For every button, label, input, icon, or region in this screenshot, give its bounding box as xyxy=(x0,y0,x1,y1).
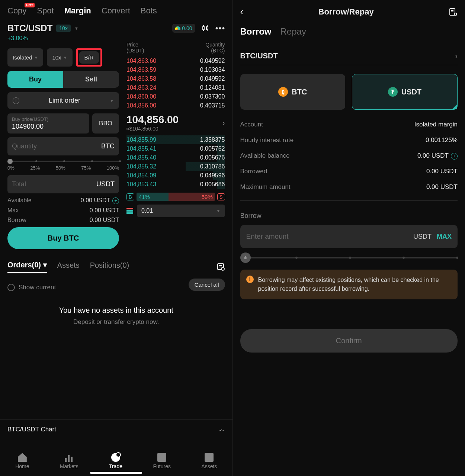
borrow-tab[interactable]: Borrow xyxy=(240,26,272,37)
orderbook-bid-row[interactable]: 104,853.430.005686 xyxy=(126,180,225,189)
orderbook-ask-row[interactable]: 104,863.240.124081 xyxy=(126,83,225,92)
svg-point-1 xyxy=(221,267,224,270)
orderbook-bid-row[interactable]: 104,855.400.005676 xyxy=(126,153,225,162)
total-input[interactable]: Total USDT xyxy=(7,175,119,193)
depth-bar: B 41% 59% S xyxy=(126,193,225,201)
available-label: Available xyxy=(7,197,32,204)
orderbook: Price(USDT) Quantity(BTC) 104,863.600.04… xyxy=(126,42,225,249)
orderbook-ask-row[interactable]: 104,863.580.049592 xyxy=(126,74,225,83)
max-button[interactable]: MAX xyxy=(437,233,452,241)
nav-futures[interactable]: Futures xyxy=(153,453,170,469)
back-button[interactable]: ‹ xyxy=(240,6,244,17)
empty-state: You have no assets in this account Depos… xyxy=(7,306,225,326)
page-title: Borrow/Repay xyxy=(318,7,374,17)
pair-selector[interactable]: BTC/USDT › xyxy=(240,47,458,65)
leverage-selector[interactable]: 10x ▼ xyxy=(47,48,72,67)
repay-tab[interactable]: Repay xyxy=(280,26,306,37)
bottom-nav: Home Markets Trade Futures Assets xyxy=(0,449,232,476)
top-nav: CopyHOT Spot Margin Convert Bots xyxy=(7,6,225,16)
leverage-badge: 10x xyxy=(56,25,71,32)
amount-slider[interactable]: ılı xyxy=(242,257,456,258)
orderbook-ask-row[interactable]: 104,856.000.403715 xyxy=(126,101,225,110)
bbo-button[interactable]: BBO xyxy=(92,113,119,134)
orderbook-bid-row[interactable]: 104,855.410.005752 xyxy=(126,144,225,153)
add-balance-icon[interactable]: + xyxy=(451,153,458,160)
borrowed-label: Borrowed xyxy=(240,168,267,175)
buy-tab[interactable]: Buy xyxy=(7,71,63,88)
pair-dropdown-icon[interactable]: ▼ xyxy=(74,26,78,30)
nav-markets[interactable]: Markets xyxy=(60,453,78,469)
orderbook-bid-row[interactable]: 104,855.991.358375 xyxy=(126,135,225,144)
nav-spot[interactable]: Spot xyxy=(37,6,54,16)
borrow-label: Borrow xyxy=(7,217,26,223)
orderbook-mid[interactable]: 104,856.00 ≈$104,856.00 › xyxy=(126,114,225,132)
orderbook-layout-icon[interactable] xyxy=(126,208,133,214)
maximum-label: Maximum amount xyxy=(240,183,291,191)
nav-bots[interactable]: Bots xyxy=(141,6,157,16)
nav-convert[interactable]: Convert xyxy=(102,6,130,16)
confirm-button[interactable]: Confirm xyxy=(240,329,458,353)
warning-box: ! Borrowing may affect existing position… xyxy=(240,270,458,299)
risk-gauge[interactable]: 0.00 xyxy=(172,24,195,33)
price-input[interactable]: Buy price(USDT) 104900.00 xyxy=(7,113,89,134)
slider-labels: 0%25%50%75%100% xyxy=(7,165,119,171)
pair-name[interactable]: BTC/USDT xyxy=(7,23,52,33)
chevron-up-icon: ︿ xyxy=(219,425,225,434)
borrow-value: 0.00 USDT xyxy=(90,217,119,223)
orderbook-bid-row[interactable]: 104,854.090.049596 xyxy=(126,171,225,180)
more-icon[interactable]: ••• xyxy=(216,24,225,33)
sell-tab[interactable]: Sell xyxy=(63,71,119,88)
btc-icon: ₿ xyxy=(278,87,288,97)
nav-margin[interactable]: Margin xyxy=(64,6,91,16)
show-current-toggle[interactable]: Show current xyxy=(7,284,56,291)
warning-icon: ! xyxy=(246,276,254,283)
orderbook-ask-row[interactable]: 104,863.590.103034 xyxy=(126,65,225,74)
available-value: 0.00 USDT xyxy=(81,197,110,203)
account-label: Account xyxy=(240,121,263,128)
br-highlight: B/R xyxy=(76,48,102,67)
hot-badge: HOT xyxy=(25,3,35,7)
buy-btc-button[interactable]: Buy BTC xyxy=(7,227,119,249)
nav-trade[interactable]: Trade xyxy=(109,453,122,469)
usdt-icon: ₮ xyxy=(388,87,398,97)
account-value: Isolated margin xyxy=(414,121,458,128)
amount-input[interactable]: Enter amount USDT MAX xyxy=(240,225,458,248)
candlestick-icon[interactable] xyxy=(201,24,210,33)
btc-asset-card[interactable]: ₿BTC xyxy=(240,74,345,110)
rate-label: Hourly interest rate xyxy=(240,136,294,144)
records-icon[interactable] xyxy=(449,7,458,16)
quantity-input[interactable]: Quantity BTC xyxy=(7,137,119,155)
chart-bar[interactable]: BTC/USDT Chart ︿ xyxy=(0,419,232,439)
precision-selector[interactable]: 0.01▼ xyxy=(137,205,225,217)
orderbook-ask-row[interactable]: 104,860.000.037300 xyxy=(126,92,225,101)
chevron-right-icon: › xyxy=(455,52,458,60)
add-funds-icon[interactable]: + xyxy=(112,197,119,204)
orders-tab[interactable]: Orders(0) ▾ xyxy=(7,260,47,273)
isolated-selector[interactable]: Isolated ▼ xyxy=(7,48,43,67)
nav-assets[interactable]: Assets xyxy=(201,453,217,469)
max-label: Max xyxy=(7,207,19,214)
positions-tab[interactable]: Positions(0) xyxy=(90,261,129,273)
maximum-value: 0.00 USDT xyxy=(426,183,458,191)
available-balance-label: Available balance xyxy=(240,152,290,160)
borrowed-value: 0.00 USDT xyxy=(426,168,458,175)
nav-home[interactable]: Home xyxy=(15,453,29,469)
assets-tab[interactable]: Assets xyxy=(57,261,80,273)
home-indicator xyxy=(90,472,142,474)
cancel-all-button[interactable]: Cancel all xyxy=(189,279,225,291)
pair-change: +3.00% xyxy=(7,35,225,42)
rate-value: 0.001125% xyxy=(426,136,458,144)
borrow-section-label: Borrow xyxy=(240,212,458,220)
nav-copy[interactable]: CopyHOT xyxy=(7,6,26,16)
borrow-repay-button[interactable]: B/R xyxy=(79,51,99,64)
max-value: 0.00 USDT xyxy=(90,207,119,214)
info-icon: i xyxy=(13,97,19,104)
chevron-right-icon: › xyxy=(222,119,225,127)
order-type-selector[interactable]: i Limit order ▼ xyxy=(7,92,119,109)
order-history-icon[interactable] xyxy=(216,262,225,271)
usdt-asset-card[interactable]: ₮USDT xyxy=(352,74,458,110)
orderbook-ask-row[interactable]: 104,863.600.049592 xyxy=(126,57,225,65)
orderbook-bid-row[interactable]: 104,855.320.310786 xyxy=(126,162,225,171)
available-balance-value: 0.00 USDT xyxy=(417,152,449,159)
quantity-slider[interactable] xyxy=(7,161,119,162)
